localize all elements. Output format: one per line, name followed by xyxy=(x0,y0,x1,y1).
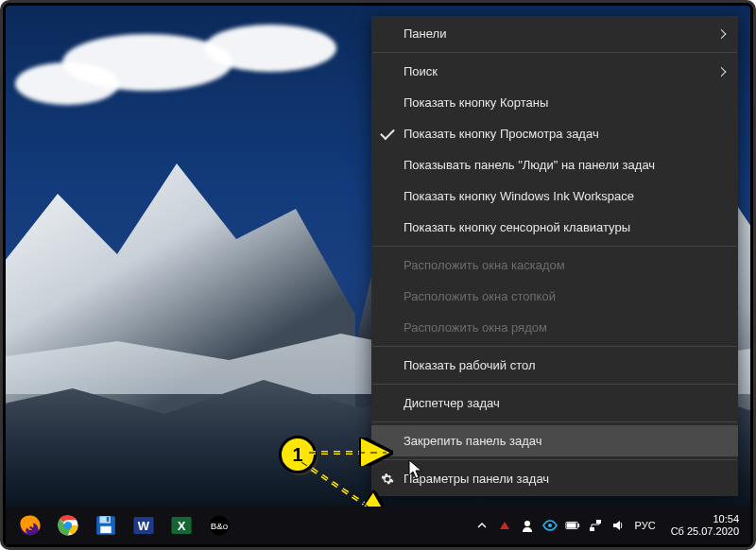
svg-point-18 xyxy=(548,524,552,527)
menu-item-label: Расположить окна стопкой xyxy=(404,289,556,303)
menu-item-0[interactable]: Панели xyxy=(371,18,738,49)
taskbar-app-firefox[interactable] xyxy=(11,507,49,544)
menu-item-6[interactable]: Показать кнопку Windows Ink Workspace xyxy=(371,180,738,212)
menu-item-label: Расположить окна рядом xyxy=(404,320,547,335)
menu-separator xyxy=(372,346,737,347)
menu-item-label: Диспетчер задач xyxy=(404,396,500,410)
svg-rect-20 xyxy=(577,524,579,527)
svg-text:W: W xyxy=(138,519,150,533)
menu-item-label: Показать рабочий стол xyxy=(404,358,535,372)
menu-item-label: Показывать панель "Люди" на панели задач xyxy=(404,158,655,172)
screenshot-frame: ПанелиПоискПоказать кнопку КортаныПоказа… xyxy=(0,0,756,550)
svg-rect-10 xyxy=(107,517,109,522)
tray-battery-icon[interactable] xyxy=(565,518,580,533)
system-tray xyxy=(474,518,626,533)
menu-item-7[interactable]: Показать кнопку сенсорной клавиатуры xyxy=(371,212,738,243)
taskbar-app-bo[interactable]: B&o xyxy=(200,507,238,544)
svg-text:X: X xyxy=(178,519,186,533)
menu-item-label: Параметры панели задач xyxy=(404,472,549,486)
menu-item-15[interactable]: Диспетчер задач xyxy=(371,387,738,419)
taskbar-clock[interactable]: 10:54 Сб 25.07.2020 xyxy=(665,513,745,537)
menu-item-9: Расположить окна каскадом xyxy=(371,249,738,281)
menu-item-11: Расположить окна рядом xyxy=(371,312,738,343)
menu-item-10: Расположить окна стопкой xyxy=(371,281,738,312)
menu-item-2[interactable]: Поиск xyxy=(371,56,738,87)
tray-network-icon[interactable] xyxy=(588,518,603,533)
menu-item-17[interactable]: Закрепить панель задач xyxy=(371,425,738,456)
taskbar[interactable]: WXB&o РУС 10:54 Сб 25.07.2020 xyxy=(6,507,750,544)
taskbar-right: РУС 10:54 Сб 25.07.2020 xyxy=(474,513,750,537)
menu-item-label: Показать кнопку Просмотра задач xyxy=(404,127,599,141)
taskbar-app-save[interactable] xyxy=(87,507,125,544)
clock-date: Сб 25.07.2020 xyxy=(671,525,739,538)
annotation-marker-1: 1 xyxy=(279,436,317,473)
tray-eye-icon[interactable] xyxy=(542,518,558,533)
taskbar-app-word[interactable]: W xyxy=(125,507,163,544)
gear-icon xyxy=(381,473,394,486)
svg-text:B&o: B&o xyxy=(211,521,229,531)
taskbar-context-menu: ПанелиПоискПоказать кнопку КортаныПоказа… xyxy=(371,16,738,496)
svg-rect-23 xyxy=(596,520,601,524)
taskbar-app-excel[interactable]: X xyxy=(163,507,200,544)
language-indicator[interactable]: РУС xyxy=(635,520,656,531)
menu-item-label: Закрепить панель задач xyxy=(404,434,542,448)
menu-item-13[interactable]: Показать рабочий стол xyxy=(371,350,738,381)
menu-item-3[interactable]: Показать кнопку Кортаны xyxy=(371,87,738,118)
menu-separator xyxy=(372,459,737,460)
tray-volume-icon[interactable] xyxy=(610,518,626,533)
menu-separator xyxy=(372,384,737,385)
svg-point-6 xyxy=(64,522,72,529)
svg-point-17 xyxy=(524,521,530,526)
menu-separator xyxy=(372,52,737,53)
menu-item-label: Расположить окна каскадом xyxy=(404,258,565,272)
menu-item-label: Панели xyxy=(404,26,446,41)
menu-item-label: Показать кнопку сенсорной клавиатуры xyxy=(404,220,630,234)
menu-item-label: Показать кнопку Windows Ink Workspace xyxy=(404,189,634,203)
menu-separator xyxy=(372,246,737,247)
svg-rect-21 xyxy=(566,523,576,527)
check-icon xyxy=(380,125,395,140)
menu-item-4[interactable]: Показать кнопку Просмотра задач xyxy=(371,118,738,149)
svg-rect-22 xyxy=(590,527,594,531)
menu-item-label: Поиск xyxy=(404,64,438,78)
menu-item-5[interactable]: Показывать панель "Люди" на панели задач xyxy=(371,149,738,180)
tray-triangle-icon[interactable] xyxy=(497,518,512,533)
svg-rect-9 xyxy=(100,526,111,533)
clock-time: 10:54 xyxy=(713,513,739,525)
taskbar-app-chrome[interactable] xyxy=(49,507,87,544)
menu-item-19[interactable]: Параметры панели задач xyxy=(371,463,738,494)
tray-chevron-up-icon[interactable] xyxy=(474,518,490,533)
taskbar-apps: WXB&o xyxy=(6,507,238,544)
menu-item-label: Показать кнопку Кортаны xyxy=(404,95,548,110)
menu-separator xyxy=(372,421,737,422)
tray-head-icon[interactable] xyxy=(520,518,535,533)
